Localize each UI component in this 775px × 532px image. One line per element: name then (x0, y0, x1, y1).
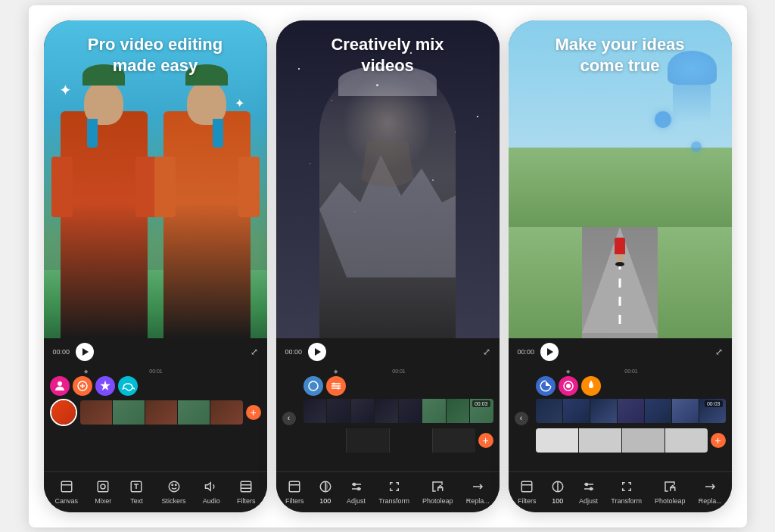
svg-point-18 (332, 382, 335, 384)
add-clip-1[interactable]: + (246, 405, 261, 420)
audio-icon (203, 478, 219, 495)
toolbar-replace-3[interactable]: Repla... (699, 478, 722, 505)
transform-icon-3 (618, 478, 635, 495)
video-controls-1: 00:00 ⤢ (44, 338, 267, 366)
toolbar-mixer[interactable]: Mixer (95, 478, 111, 505)
photoleap-label: Photoleap (422, 497, 453, 505)
video-strip-3b (536, 428, 708, 453)
video-controls-2: 00:00 ⤢ (276, 338, 500, 366)
time-label-3: 00:00 (518, 348, 535, 356)
canvas-icon (58, 478, 75, 495)
toolbar-filters-2[interactable]: Filters (285, 478, 304, 505)
toolbar-photoleap-3[interactable]: Photoleap (655, 478, 686, 505)
transform-label-3: Transform (611, 497, 642, 505)
add-clip-3[interactable]: + (711, 433, 726, 448)
track-icon-pink-3[interactable] (559, 376, 578, 396)
replace-icon-3 (702, 478, 718, 495)
timeline-3: ‹ ◆ 00:01 (509, 366, 732, 471)
phone-1-hero: Pro video editing made easy ✦ ✦ ✦ (44, 20, 267, 338)
opacity-icon-3 (549, 478, 566, 495)
time-label-1: 00:00 (53, 348, 70, 356)
toolbar-transform[interactable]: Transform (378, 478, 409, 505)
mixer-label: Mixer (95, 497, 111, 505)
timeline-2: ‹ ◆ 00:01 (276, 366, 500, 471)
toolbar-transform-3[interactable]: Transform (611, 478, 642, 505)
timeline-content-3: ◆ 00:01 (536, 369, 726, 453)
phone-3-title: Make your ideascome true (509, 34, 732, 77)
svg-rect-2 (61, 481, 72, 492)
toolbar-filters[interactable]: Filters (237, 478, 256, 505)
phone-1: Pro video editing made easy ✦ ✦ ✦ (44, 20, 267, 512)
track-icon-pink-1[interactable] (50, 376, 70, 396)
toolbar-opacity[interactable]: 100 (317, 478, 334, 505)
stickers-icon (166, 478, 182, 495)
toolbar-adjust[interactable]: Adjust (347, 478, 366, 505)
main-track-row-3b: + (536, 428, 726, 453)
svg-rect-20 (290, 481, 300, 492)
transform-label: Transform (378, 497, 409, 505)
phone-3: Make your ideascome true (509, 20, 732, 512)
figure-hat (615, 262, 624, 266)
toolbar-adjust-3[interactable]: Adjust (579, 478, 598, 505)
toolbar-photoleap[interactable]: Photoleap (422, 478, 453, 505)
play-button-2[interactable] (308, 343, 326, 361)
arm-right-r (238, 157, 260, 217)
video-strip-3a: 00:03 (536, 399, 726, 423)
play-button-3[interactable] (540, 343, 559, 361)
svg-point-28 (566, 384, 571, 388)
toolbar-opacity-3[interactable]: 100 (549, 478, 566, 505)
svg-point-26 (357, 487, 359, 490)
time-ticks-1: ◆ 00:01 (50, 369, 261, 375)
hair-left (87, 119, 98, 148)
track-icon-blue-2[interactable] (303, 376, 323, 396)
fullscreen-3[interactable]: ⤢ (715, 347, 723, 357)
track-icon-amber-3[interactable] (581, 376, 601, 396)
adjust-label: Adjust (347, 497, 366, 505)
photoleap-icon-3 (661, 478, 678, 495)
replace-label: Repla... (466, 497, 490, 505)
fullscreen-1[interactable]: ⤢ (251, 347, 258, 357)
toolbar-text[interactable]: Text (128, 478, 145, 505)
left-arrow-2[interactable]: ‹ (282, 412, 296, 425)
phone-2-title: Creatively mixvideos (276, 34, 500, 77)
main-track-row-1: + (50, 399, 261, 426)
video-strip-2b (303, 428, 475, 453)
video-controls-3: 00:00 ⤢ (509, 338, 732, 366)
track-icon-purple-1[interactable] (95, 376, 115, 396)
arm-left-l (51, 157, 73, 217)
video-strip-1 (80, 400, 243, 425)
main-track-row-2b: + (303, 428, 493, 453)
timeline-1: ◆ 00:01 (44, 366, 267, 471)
phone-3-hero: Make your ideascome true (509, 20, 732, 338)
fullscreen-2[interactable]: ⤢ (483, 347, 490, 357)
opacity-label: 100 (319, 497, 331, 505)
toolbar-filters-3[interactable]: Filters (518, 478, 537, 505)
hair-right (213, 119, 223, 148)
track-icon-teal-1[interactable] (118, 376, 138, 396)
toolbar-audio[interactable]: Audio (203, 478, 220, 505)
stickers-label: Stickers (162, 497, 186, 505)
track-icon-orange-2[interactable] (326, 376, 346, 396)
filters-label-2: Filters (285, 497, 304, 505)
track-icon-orange-1[interactable] (73, 376, 92, 396)
left-arrow-3[interactable]: ‹ (515, 412, 528, 425)
bottom-toolbar-3: Filters 100 Adjust Transform (509, 471, 732, 512)
double-exposure (304, 51, 471, 338)
bottom-toolbar-1: Canvas Mixer Text Stickers (44, 471, 267, 512)
orb-2 (691, 142, 702, 152)
audio-label: Audio (203, 497, 220, 505)
filters-label-3: Filters (518, 497, 537, 505)
jellyfish-tentacles (673, 85, 711, 123)
svg-point-9 (175, 484, 176, 486)
sparkle-1: ✦ (59, 81, 72, 99)
track-icon-blue-3[interactable] (536, 376, 556, 396)
toolbar-replace[interactable]: Repla... (466, 478, 490, 505)
toolbar-canvas[interactable]: Canvas (55, 478, 79, 505)
add-clip-2[interactable]: + (478, 433, 493, 448)
play-button-1[interactable] (76, 343, 94, 361)
thumb-1 (50, 399, 77, 426)
video-strip-2a: 00:03 (303, 399, 493, 423)
figure-left (61, 111, 148, 338)
svg-point-8 (172, 484, 173, 486)
toolbar-stickers[interactable]: Stickers (162, 478, 186, 505)
